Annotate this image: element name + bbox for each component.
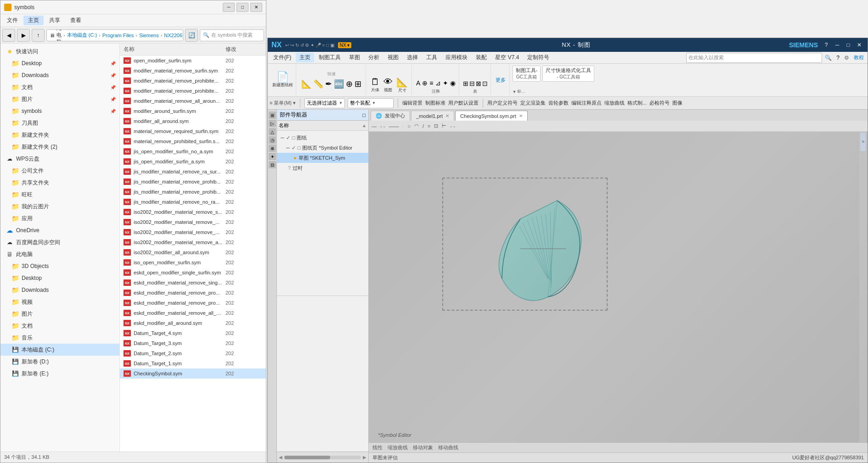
tab-checking-symbol[interactable]: CheckingSymbol.sym.prt ✕ <box>455 111 528 121</box>
quick-btn-4[interactable]: 🔤 <box>333 78 344 89</box>
vp-bracket[interactable]: ⊢ <box>442 123 446 129</box>
quick-btn-6[interactable]: ⊞ <box>354 78 362 89</box>
new-drawing-btn[interactable]: 📄 新建图纸框 <box>271 71 294 89</box>
tab-model1[interactable]: _model1.prt ✕ <box>411 111 454 121</box>
file-item[interactable]: NX Datum_Target_4.sym 202 <box>120 328 266 338</box>
sidebar-quick-access[interactable]: ★ 快速访问 <box>0 45 119 57</box>
sidebar-documents[interactable]: 📁 文档 <box>0 320 119 332</box>
drafting-std-btn[interactable]: 制图标准 <box>425 100 445 106</box>
annotation-btn-3[interactable]: ≡ <box>429 79 434 87</box>
file-item[interactable]: NX eskd_open_modifier_single_surfin.sym … <box>120 268 266 278</box>
nx-menu-home[interactable]: 主页 <box>296 53 314 62</box>
nx-menu-starsky[interactable]: 星空 V7.4 <box>491 53 523 62</box>
left-btn-2[interactable]: ▷ <box>269 120 276 127</box>
file-item[interactable]: NX iso2002_modifier_all_around.sym 202 <box>120 247 266 257</box>
address-bar[interactable]: 🖥 此电脑 › 本地磁盘 (C:) › Program Files › Siem… <box>46 29 183 41</box>
sidebar-wps-share[interactable]: 📁 共享文件夹 <box>0 177 119 189</box>
file-item[interactable]: NX material_remove_required_surfin.sym 2… <box>120 126 266 136</box>
tab-checking-close[interactable]: ✕ <box>519 113 523 118</box>
sheet-btn[interactable]: 🗒 片体 <box>370 76 381 95</box>
vp-dashed[interactable]: - - <box>380 123 385 129</box>
table-btn-4[interactable]: ⊡ <box>482 80 488 87</box>
vp-eq[interactable]: = <box>428 123 430 129</box>
sidebar-onedrive[interactable]: ☁ OneDrive <box>0 224 119 236</box>
table-btn-3[interactable]: ⊠ <box>476 80 481 87</box>
file-item[interactable]: NX open_modifier_surfin.sym 202 <box>120 56 266 66</box>
bottom-move-btn[interactable]: 移动对象 <box>413 444 433 451</box>
file-item[interactable]: NX material_remove_prohibited_surfin.s..… <box>120 136 266 146</box>
quick-btn-1[interactable]: 📐 <box>301 78 312 89</box>
file-item[interactable]: NX jis_modifier_material_remove_no_ra...… <box>120 197 266 207</box>
sidebar-item-newfolder[interactable]: 📁 新建文件夹 <box>0 129 119 141</box>
zoom-curve-btn[interactable]: 缩放曲线 <box>604 100 625 106</box>
nav-scroll-right[interactable]: ▶ <box>363 455 366 460</box>
menu-share[interactable]: 共享 <box>45 16 65 25</box>
nx-maximize-button[interactable]: □ <box>844 41 853 49</box>
edit-note-btn[interactable]: 编辑注释原点 <box>571 100 602 106</box>
addr-siemens[interactable]: Siemens <box>139 33 159 38</box>
file-item[interactable]: NX eskd_modifier_material_remove_pro... … <box>120 288 266 298</box>
quick-btn-3[interactable]: ✒ <box>325 78 333 89</box>
sidebar-wps-company[interactable]: 📁 公司文件 <box>0 165 119 177</box>
edit-bg-btn[interactable]: 编辑背景 <box>402 100 423 106</box>
nx-menu-analysis[interactable]: 分析 <box>365 53 383 62</box>
vp-arc[interactable]: ◠ <box>414 123 419 129</box>
menu-file[interactable]: 文件 <box>2 16 23 25</box>
sidebar-wps-apps[interactable]: 📁 应用 <box>0 212 119 224</box>
nx-tutorials-link[interactable]: 教程 <box>852 54 866 61</box>
dimension-tools-btn[interactable]: 尺寸快速格式化工具 - GC工具箱 <box>542 66 594 82</box>
file-item[interactable]: NX jis_modifier_material_remove_prohib..… <box>120 177 266 187</box>
up-button[interactable]: ↑ <box>32 29 45 42</box>
tree-sheet[interactable]: ─ ✓ □ 图纸页 *Symbol Editor <box>277 143 368 153</box>
addr-thispc[interactable]: 此电脑 <box>56 29 62 41</box>
menu-btn[interactable]: ≡ 菜单(M) ▾ <box>270 100 296 106</box>
sidebar-wps-mypics[interactable]: 📁 我的云图片 <box>0 201 119 212</box>
close-button[interactable]: ✕ <box>250 3 262 12</box>
file-item[interactable]: NX eskd_modifier_material_remove_all_a..… <box>120 308 266 318</box>
addr-progfiles[interactable]: Program Files <box>102 33 134 38</box>
file-item[interactable]: NX modifier_material_remove_prohibite...… <box>120 86 266 96</box>
render-set-btn[interactable]: 定义渲染集 <box>520 100 546 106</box>
navigator-expand-btn[interactable]: □ <box>362 112 366 118</box>
sidebar-item-daojutu[interactable]: 📁 刀具图 <box>0 117 119 129</box>
sidebar-ddrive[interactable]: 💾 新加卷 (D:) <box>0 356 119 368</box>
file-item[interactable]: NX eskd_modifier_material_remove_pro... … <box>120 298 266 308</box>
nav-scrollbar[interactable] <box>284 456 361 459</box>
nx-menu-select[interactable]: 选择 <box>403 53 422 62</box>
menu-home[interactable]: 主页 <box>23 16 44 25</box>
nx-question-icon[interactable]: ? <box>834 55 841 61</box>
nx-search-box[interactable]: 在此输入以搜索 <box>686 53 822 63</box>
sidebar-pictures[interactable]: 📁 图片 <box>0 308 119 320</box>
annotation-btn-1[interactable]: A <box>416 79 421 87</box>
sidebar-item-docs-qa[interactable]: 📁 文档 📌 <box>0 81 119 93</box>
nx-menu-custom[interactable]: 定制符号 <box>524 53 553 62</box>
tree-sketch[interactable]: ● 草图 *SKETCH_Sym <box>277 153 368 163</box>
sidebar-3dobjects[interactable]: 📁 3D Objects <box>0 260 119 272</box>
vp-rect[interactable]: ⊡ <box>434 123 438 129</box>
file-item[interactable]: NX Datum_Target_3.sym 202 <box>120 338 266 348</box>
vp-line[interactable]: — <box>372 123 377 129</box>
addr-disk[interactable]: 本地磁盘 (C:) <box>67 32 97 39</box>
bottom-movecurve-btn[interactable]: 移动曲线 <box>438 444 458 451</box>
user-sym-btn[interactable]: 用户定义符号 <box>487 100 518 106</box>
tab-model1-close[interactable]: ✕ <box>445 113 449 118</box>
file-item[interactable]: NX iso2002_modifier_material_remove_a...… <box>120 237 266 247</box>
annotation-btn-4[interactable]: ⊿ <box>435 79 441 87</box>
tree-drawing[interactable]: ─ ✓ □ 图纸 <box>277 133 368 143</box>
nav-sort-icon[interactable]: ▲ <box>362 123 366 128</box>
refresh-button[interactable]: 🔄 <box>185 29 198 42</box>
nx-help-button[interactable]: ? <box>822 41 831 49</box>
left-btn-6[interactable]: ✦ <box>269 153 276 160</box>
file-item[interactable]: NX jis_modifier_material_remove_ra_sur..… <box>120 167 266 177</box>
nx-settings-icon[interactable]: ⚙ <box>842 55 851 61</box>
quick-btn-5[interactable]: ⊕ <box>345 78 353 89</box>
left-btn-1[interactable]: ⊞ <box>269 112 276 119</box>
more-button[interactable]: 更多 <box>496 77 506 84</box>
addr-nx[interactable]: NX2206 <box>164 33 182 38</box>
bottom-linear-btn[interactable]: 线性 <box>372 444 383 451</box>
col-name-header[interactable]: 名称 <box>124 45 224 53</box>
nx-menu-sketch[interactable]: 草图 <box>345 53 364 62</box>
annotation-btn-6[interactable]: ◉ <box>450 79 456 87</box>
nx-menu-file[interactable]: 文件(F) <box>270 53 295 62</box>
sidebar-item-desktop-qa[interactable]: 📁 Desktop 📌 <box>0 57 119 69</box>
